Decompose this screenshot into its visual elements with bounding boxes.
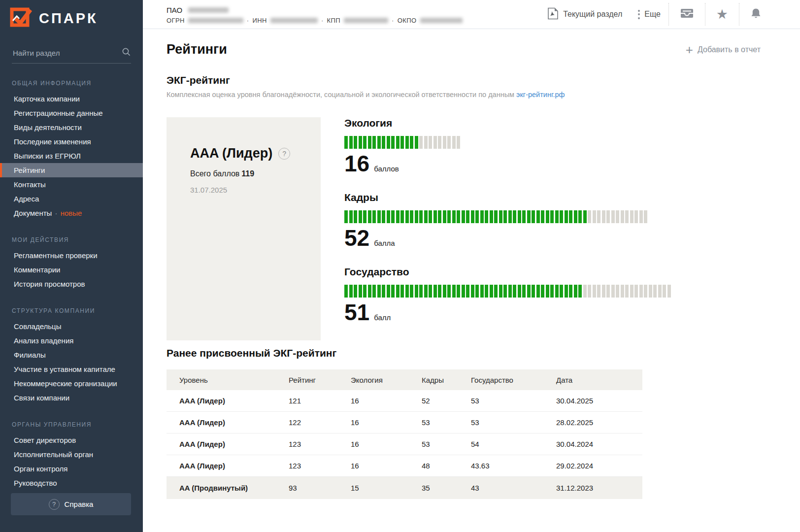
grade-help-icon[interactable]: ? <box>278 148 290 160</box>
sidebar-item[interactable]: Последние изменения <box>0 134 143 149</box>
sidebar-item-label: Виды деятельности <box>14 123 82 132</box>
bar-segment <box>560 210 563 223</box>
favorites-button[interactable]: ★ <box>705 8 739 21</box>
add-to-report-button[interactable]: + Добавить в отчет <box>686 43 761 56</box>
sidebar-item[interactable]: Регистрационные данные <box>0 106 143 120</box>
bar-segment <box>621 285 624 298</box>
sidebar-item[interactable]: Адреса <box>0 192 143 206</box>
sidebar-item[interactable]: Анализ владения <box>0 333 143 348</box>
column-header: Государство <box>471 376 556 384</box>
table-cell: 53 <box>422 418 471 427</box>
bar-segment <box>396 285 400 298</box>
segmented-bar <box>344 136 671 149</box>
total-score-value: 119 <box>241 169 254 178</box>
inbox-button[interactable] <box>669 7 705 21</box>
sidebar-nav: ОБЩАЯ ИНФОРМАЦИЯКарточка компанииРегистр… <box>0 80 143 490</box>
table-row[interactable]: AA (Продвинутый)9315354331.12.2023 <box>167 477 642 499</box>
column-header: Дата <box>556 376 642 384</box>
bar-segment <box>490 210 493 223</box>
table-cell: 16 <box>351 462 422 470</box>
sidebar-item[interactable]: Документы · новые <box>0 206 143 220</box>
current-section-pdf-button[interactable]: Текущий раздел <box>539 7 630 22</box>
history-section-title: Ранее присвоенный ЭКГ-рейтинг <box>167 347 761 359</box>
sidebar-item[interactable]: Карточка компании <box>0 92 143 106</box>
sidebar-item[interactable]: Виды деятельности <box>0 120 143 134</box>
bar-segment <box>410 136 413 149</box>
sidebar-item[interactable]: Связи компании <box>0 391 143 405</box>
bar-segment <box>359 210 362 223</box>
sidebar-item[interactable]: Контакты <box>0 177 143 192</box>
bar-segment <box>490 285 493 298</box>
grade-value: AAA (Лидер) <box>190 146 272 161</box>
sidebar-item[interactable]: Орган контроля <box>0 462 143 476</box>
table-cell: 54 <box>471 440 556 448</box>
bar-segment <box>354 136 357 149</box>
sidebar-item[interactable]: Некоммерческие организации <box>0 376 143 391</box>
table-row[interactable]: AAA (Лидер)12316535430.04.2024 <box>167 433 642 455</box>
sidebar-item-label: Регистрационные данные <box>14 109 103 117</box>
bar-segment <box>616 210 619 223</box>
sidebar-item[interactable]: Участие в уставном капитале <box>0 362 143 376</box>
help-button[interactable]: ? Справка <box>11 493 131 515</box>
main-panel: Рейтинги + Добавить в отчет ЭКГ-рейтинг … <box>143 29 800 532</box>
table-cell: 30.04.2024 <box>556 440 642 448</box>
bar-segment <box>452 210 456 223</box>
kebab-menu-icon <box>638 10 640 19</box>
sidebar-item[interactable]: Комментарии <box>0 263 143 277</box>
bar-segment <box>546 210 549 223</box>
sidebar-item[interactable]: История просмотров <box>0 277 143 291</box>
search-icon[interactable] <box>122 47 131 59</box>
bar-segment <box>429 210 432 223</box>
sidebar-item-label: Исполнительный орган <box>14 450 93 459</box>
table-cell: 123 <box>289 440 351 448</box>
sidebar-item[interactable]: Регламентные проверки <box>0 248 143 263</box>
sidebar-item[interactable]: Выписки из ЕГРЮЛ <box>0 149 143 163</box>
bar-segment <box>541 210 544 223</box>
bar-segment <box>372 136 376 149</box>
sidebar-item[interactable]: Филиалы <box>0 348 143 362</box>
sidebar-item[interactable]: Исполнительный орган <box>0 447 143 462</box>
bar-segment <box>503 210 507 223</box>
bar-segment <box>471 285 474 298</box>
page-title: Рейтинги <box>167 42 227 57</box>
bar-segment <box>424 210 428 223</box>
table-row[interactable]: AAA (Лидер)123164843.6329.02.2024 <box>167 455 642 477</box>
table-row[interactable]: AAA (Лидер)12116525330.04.2025 <box>167 390 642 412</box>
bar-segment <box>443 285 446 298</box>
bar-segment <box>405 136 409 149</box>
ekg-rating-link[interactable]: экг-рейтинг.рф <box>516 91 565 99</box>
bar-segment <box>513 285 516 298</box>
sidebar-item[interactable]: Рейтинги <box>0 163 143 177</box>
separator-dot: · <box>247 17 249 24</box>
sidebar-item-label: Документы <box>14 209 52 217</box>
total-score-line: Всего баллов119 <box>190 169 313 178</box>
bar-segment <box>475 210 479 223</box>
sidebar-item[interactable]: Совладельцы <box>0 319 143 333</box>
table-cell: 31.12.2023 <box>556 484 642 492</box>
bar-segment <box>499 210 502 223</box>
bar-segment <box>602 285 605 298</box>
brand-logo[interactable]: СПАРК <box>0 0 143 31</box>
sidebar-item[interactable]: Руководство <box>0 476 143 490</box>
bar-segment <box>372 210 376 223</box>
bar-segment <box>606 285 610 298</box>
table-cell: 30.04.2025 <box>556 397 642 405</box>
more-button[interactable]: Еще <box>630 10 668 19</box>
table-cell: AAA (Лидер) <box>179 418 289 427</box>
pdf-icon <box>547 7 559 22</box>
bar-segment <box>630 210 633 223</box>
bar-segment <box>565 285 568 298</box>
bar-segment <box>382 285 385 298</box>
bar-segment <box>485 285 488 298</box>
bar-segment <box>494 285 498 298</box>
sidebar-item-label: Связи компании <box>14 394 69 402</box>
bar-segment <box>349 285 353 298</box>
bar-segment <box>541 285 544 298</box>
notifications-button[interactable] <box>739 7 772 22</box>
sidebar-item[interactable]: Совет директоров <box>0 433 143 447</box>
bar-segment <box>550 285 554 298</box>
table-row[interactable]: AAA (Лидер)12216535328.02.2025 <box>167 412 642 433</box>
search-input[interactable] <box>12 48 122 58</box>
bar-segment <box>396 210 400 223</box>
bar-segment <box>438 136 441 149</box>
